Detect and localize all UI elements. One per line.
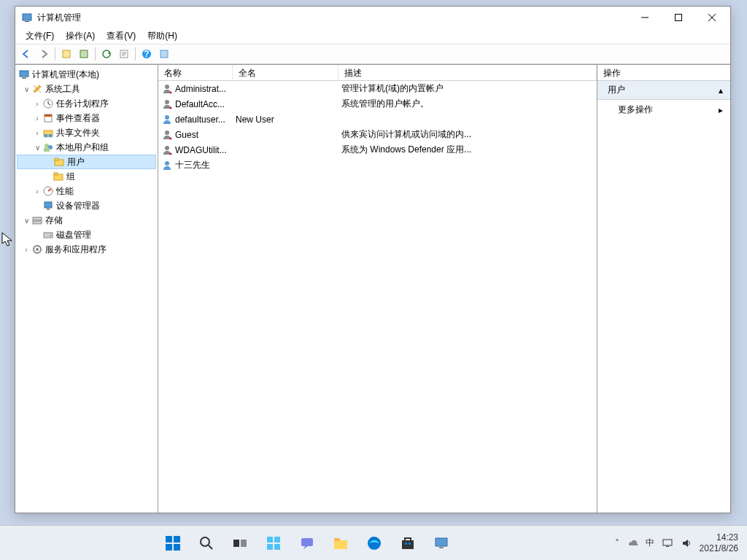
explorer-button[interactable] [326,529,355,558]
toolbar-separator [135,47,136,61]
user-row[interactable]: 十三先生 [158,158,597,173]
expander-icon[interactable]: › [21,246,31,254]
svg-point-35 [50,235,51,236]
disk-icon [42,229,54,241]
running-app-icon[interactable] [427,529,456,558]
chat-button[interactable] [293,529,322,558]
titlebar[interactable]: 计算机管理 [15,7,730,28]
search-button[interactable] [192,529,221,558]
expander-icon[interactable]: › [32,114,42,122]
tree-disk-management[interactable]: 磁盘管理 [17,228,156,242]
taskbar-center [0,529,615,558]
tree-performance[interactable]: › 性能 [17,184,156,198]
tree-root[interactable]: 计算机管理(本地) [17,67,156,82]
close-button[interactable] [695,7,729,28]
svg-point-40 [165,115,169,120]
svg-rect-52 [267,537,273,542]
expander-icon[interactable]: › [32,129,42,137]
menu-view[interactable]: 查看(V) [101,28,142,44]
store-button[interactable] [393,529,422,558]
svg-rect-56 [301,538,313,546]
up-button[interactable] [58,46,74,62]
user-row[interactable]: defaultuser... New User [158,112,597,127]
start-button[interactable] [158,529,187,558]
ime-indicator[interactable]: 中 [646,537,654,549]
menu-file[interactable]: 文件(F) [20,28,60,44]
svg-rect-55 [274,544,280,550]
svg-rect-46 [166,544,172,551]
toolbar-separator [95,47,96,61]
task-view-button[interactable] [225,529,255,558]
widgets-button[interactable] [259,529,288,558]
taskbar[interactable]: ˄ 中 14:23 2021/8/26 [0,525,747,560]
network-icon[interactable] [662,537,673,549]
tree-groups[interactable]: 组 [17,169,156,184]
user-row[interactable]: DefaultAcc... 系统管理的用户帐户。 [158,96,597,112]
expander-icon[interactable]: › [32,100,42,108]
tree-system-tools[interactable]: ∨ 系统工具 [17,82,156,96]
performance-icon [42,185,54,197]
export-button[interactable] [116,46,132,62]
properties-button[interactable] [76,46,92,62]
user-icon [161,160,173,171]
svg-rect-53 [274,537,280,542]
action-more-operations[interactable]: 更多操作 ▸ [597,100,730,120]
tree-users[interactable]: 用户 [17,155,156,169]
minimize-button[interactable] [628,7,662,28]
column-name[interactable]: 名称 [158,65,233,80]
collapse-icon: ▴ [719,85,723,96]
expander-icon[interactable]: › [32,187,42,195]
help-button[interactable]: ? [139,46,155,62]
svg-point-37 [36,248,39,251]
user-row[interactable]: Guest 供来宾访问计算机或访问域的内... [158,127,597,142]
expander-icon[interactable]: ∨ [21,217,31,225]
navigation-tree[interactable]: 计算机管理(本地) ∨ 系统工具 › 任务计划程序 › 事件查看器 › 共享文件… [15,65,158,513]
user-icon [161,98,173,110]
menu-help[interactable]: 帮助(H) [142,28,183,44]
toolbar-separator [55,47,55,61]
tools-icon [31,83,43,95]
svg-rect-6 [63,50,70,58]
system-tray[interactable]: ˄ 中 14:23 2021/8/26 [615,532,747,553]
svg-rect-14 [20,71,28,77]
show-hide-button[interactable] [156,46,172,62]
tray-chevron-icon[interactable]: ˄ [615,538,619,548]
computer-icon [18,69,30,80]
svg-rect-62 [409,542,411,545]
tree-device-manager[interactable]: 设备管理器 [17,198,156,213]
tree-services-apps[interactable]: › 服务和应用程序 [17,242,156,257]
user-row[interactable]: Administrat... 管理计算机(域)的内置帐户 [158,81,597,96]
back-button[interactable] [18,46,34,62]
refresh-button[interactable] [98,46,115,62]
expander-icon[interactable]: ∨ [32,144,42,152]
clock[interactable]: 14:23 2021/8/26 [700,532,738,553]
svg-rect-26 [55,158,58,160]
svg-line-49 [209,545,212,549]
svg-rect-15 [22,77,26,79]
user-row[interactable]: WDAGUtilit... 系统为 Windows Defender 应用... [158,142,597,158]
forward-button[interactable] [36,46,52,62]
user-icon [161,83,173,95]
toolbar: ? [15,44,730,64]
folder-icon [53,156,65,168]
expander-icon[interactable]: ∨ [21,85,31,93]
event-icon [42,112,54,124]
tree-storage[interactable]: ∨ 存储 [17,213,156,228]
column-description[interactable]: 描述 [338,65,597,80]
tree-task-scheduler[interactable]: › 任务计划程序 [17,96,156,111]
user-icon [161,114,173,125]
tree-shared-folders[interactable]: › 共享文件夹 [17,125,156,140]
tree-local-users-groups[interactable]: ∨ 本地用户和组 [17,140,156,155]
list-body[interactable]: Administrat... 管理计算机(域)的内置帐户 DefaultAcc.… [158,81,597,513]
svg-rect-33 [33,221,42,224]
actions-section-users[interactable]: 用户 ▴ [597,81,730,100]
column-fullname[interactable]: 全名 [233,65,338,80]
maximize-button[interactable] [662,7,695,28]
svg-rect-0 [23,14,31,20]
window-controls [628,7,729,28]
volume-icon[interactable] [681,537,692,549]
tree-event-viewer[interactable]: › 事件查看器 [17,111,156,125]
onedrive-icon[interactable] [627,537,638,549]
menu-action[interactable]: 操作(A) [60,28,101,44]
edge-button[interactable] [360,529,389,558]
